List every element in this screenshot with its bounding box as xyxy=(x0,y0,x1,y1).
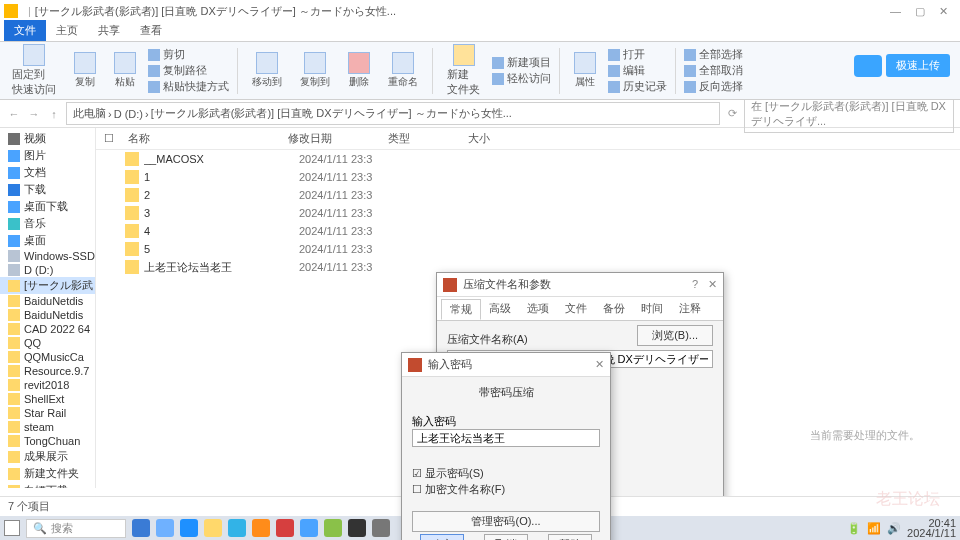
selectall-button[interactable]: 全部选择 xyxy=(684,47,743,62)
tray-volume-icon[interactable]: 🔊 xyxy=(887,522,901,535)
task-icon[interactable] xyxy=(228,519,246,537)
password-input[interactable] xyxy=(412,429,600,447)
sidebar-item[interactable]: ShellExt xyxy=(0,392,95,406)
dlg1-tab-general[interactable]: 常规 xyxy=(441,299,481,320)
history-button[interactable]: 历史记录 xyxy=(608,79,667,94)
show-password-checkbox[interactable]: ☑ 显示密码(S) xyxy=(412,465,600,481)
taskbar-search[interactable]: 🔍 搜索 xyxy=(26,519,126,538)
pin-button[interactable]: 固定到快速访问 xyxy=(6,42,62,99)
sidebar-item[interactable]: CAD 2022 64 xyxy=(0,322,95,336)
checkbox-header[interactable]: ☐ xyxy=(96,132,120,145)
sidebar-item[interactable]: steam xyxy=(0,420,95,434)
sidebar-item[interactable]: 新建文件夹 xyxy=(0,465,95,482)
dlg1-tab-comment[interactable]: 注释 xyxy=(671,299,709,320)
sidebar-item[interactable]: 文档 xyxy=(0,164,95,181)
sidebar-item[interactable]: BaiduNetdis xyxy=(0,294,95,308)
sidebar-item[interactable]: TongChuan xyxy=(0,434,95,448)
easyaccess-button[interactable]: 轻松访问 xyxy=(492,71,551,86)
task-icon[interactable] xyxy=(252,519,270,537)
dlg2-cancel-button[interactable]: 取消 xyxy=(484,534,528,540)
cut-button[interactable]: 剪切 xyxy=(148,47,229,62)
dlg1-tab-backup[interactable]: 备份 xyxy=(595,299,633,320)
sidebar-item[interactable]: 成果展示 xyxy=(0,448,95,465)
sidebar-item[interactable]: revit2018 xyxy=(0,378,95,392)
nav-up-button[interactable]: ↑ xyxy=(46,106,62,122)
sidebar-item[interactable]: 桌面下载 xyxy=(0,198,95,215)
rename-button[interactable]: 重命名 xyxy=(382,50,424,91)
task-icon[interactable] xyxy=(324,519,342,537)
minimize-button[interactable]: — xyxy=(890,5,901,18)
selectnone-button[interactable]: 全部取消 xyxy=(684,63,743,78)
open-button[interactable]: 打开 xyxy=(608,47,667,62)
sidebar-item[interactable]: Resource.9.7 xyxy=(0,364,95,378)
browse-button[interactable]: 浏览(B)... xyxy=(637,325,713,346)
file-row[interactable]: 12024/1/11 23:3 xyxy=(96,168,960,186)
tray-wifi-icon[interactable]: 📶 xyxy=(867,522,881,535)
sidebar-item[interactable]: 桌面 xyxy=(0,232,95,249)
sidebar-item[interactable]: QQMusicCa xyxy=(0,350,95,364)
sidebar-item[interactable]: 音乐 xyxy=(0,215,95,232)
start-button[interactable] xyxy=(4,520,20,536)
pasteshortcut-button[interactable]: 粘贴快捷方式 xyxy=(148,79,229,94)
encrypt-names-checkbox[interactable]: ☐ 加密文件名称(F) xyxy=(412,481,600,497)
newitem-button[interactable]: 新建项目 xyxy=(492,55,551,70)
newfolder-button[interactable]: 新建文件夹 xyxy=(441,42,486,99)
tab-home[interactable]: 主页 xyxy=(46,20,88,41)
breadcrumb[interactable]: 此电脑› D (D:)› [サークル影武者(影武者)] [日直晩 DXデリヘライ… xyxy=(66,102,720,125)
dlg1-tab-time[interactable]: 时间 xyxy=(633,299,671,320)
file-row[interactable]: 42024/1/11 23:3 xyxy=(96,222,960,240)
maximize-button[interactable]: ▢ xyxy=(915,5,925,18)
wps-icon[interactable] xyxy=(276,519,294,537)
sidebar-item[interactable]: 下载 xyxy=(0,181,95,198)
properties-button[interactable]: 属性 xyxy=(568,50,602,91)
task-icon[interactable] xyxy=(348,519,366,537)
dialog1-help-button[interactable]: ? xyxy=(692,278,698,291)
sidebar-item[interactable]: QQ xyxy=(0,336,95,350)
edge-icon[interactable] xyxy=(180,519,198,537)
taskbar-clock[interactable]: 20:412024/1/11 xyxy=(907,518,956,538)
copyto-button[interactable]: 复制到 xyxy=(294,50,336,91)
close-button[interactable]: ✕ xyxy=(939,5,948,18)
task-icon[interactable] xyxy=(132,519,150,537)
file-row[interactable]: __MACOSX2024/1/11 23:3 xyxy=(96,150,960,168)
tray-battery-icon[interactable]: 🔋 xyxy=(847,522,861,535)
sidebar-item[interactable]: [サークル影武 xyxy=(0,277,95,294)
nav-back-button[interactable]: ← xyxy=(6,106,22,122)
col-date[interactable]: 修改日期 xyxy=(280,131,380,146)
file-row[interactable]: 22024/1/11 23:3 xyxy=(96,186,960,204)
copy-button[interactable]: 复制 xyxy=(68,50,102,91)
manage-passwords-button[interactable]: 管理密码(O)... xyxy=(412,511,600,532)
selectinvert-button[interactable]: 反向选择 xyxy=(684,79,743,94)
sidebar-item[interactable]: 视频 xyxy=(0,130,95,147)
moveto-button[interactable]: 移动到 xyxy=(246,50,288,91)
explorer-icon[interactable] xyxy=(204,519,222,537)
dlg1-tab-advanced[interactable]: 高级 xyxy=(481,299,519,320)
col-type[interactable]: 类型 xyxy=(380,131,460,146)
dlg1-tab-options[interactable]: 选项 xyxy=(519,299,557,320)
dialog2-close-button[interactable]: ✕ xyxy=(595,358,604,371)
refresh-button[interactable]: ⟳ xyxy=(724,106,740,122)
edit-button[interactable]: 编辑 xyxy=(608,63,667,78)
sidebar-item[interactable]: 图片 xyxy=(0,147,95,164)
sidebar-item[interactable]: Star Rail xyxy=(0,406,95,420)
file-row[interactable]: 52024/1/11 23:3 xyxy=(96,240,960,258)
dlg2-ok-button[interactable]: 确定 xyxy=(420,534,464,540)
task-icon[interactable] xyxy=(372,519,390,537)
tab-share[interactable]: 共享 xyxy=(88,20,130,41)
dialog1-close-button[interactable]: ✕ xyxy=(708,278,717,291)
task-icon[interactable] xyxy=(156,519,174,537)
sidebar-item[interactable]: 白嫖下载 xyxy=(0,482,95,488)
sidebar-item[interactable]: Windows-SSD xyxy=(0,249,95,263)
dlg2-help-button[interactable]: 帮助 xyxy=(548,534,592,540)
paste-button[interactable]: 粘贴 xyxy=(108,50,142,91)
nav-forward-button[interactable]: → xyxy=(26,106,42,122)
copypath-button[interactable]: 复制路径 xyxy=(148,63,229,78)
tab-file[interactable]: 文件 xyxy=(4,20,46,41)
delete-button[interactable]: 删除 xyxy=(342,50,376,91)
task-icon[interactable] xyxy=(300,519,318,537)
sidebar-item[interactable]: D (D:) xyxy=(0,263,95,277)
file-row[interactable]: 32024/1/11 23:3 xyxy=(96,204,960,222)
search-input[interactable]: 在 [サークル影武者(影武者)] [日直晩 DXデリヘライザ... xyxy=(744,95,954,133)
col-size[interactable]: 大小 xyxy=(460,131,520,146)
tab-view[interactable]: 查看 xyxy=(130,20,172,41)
